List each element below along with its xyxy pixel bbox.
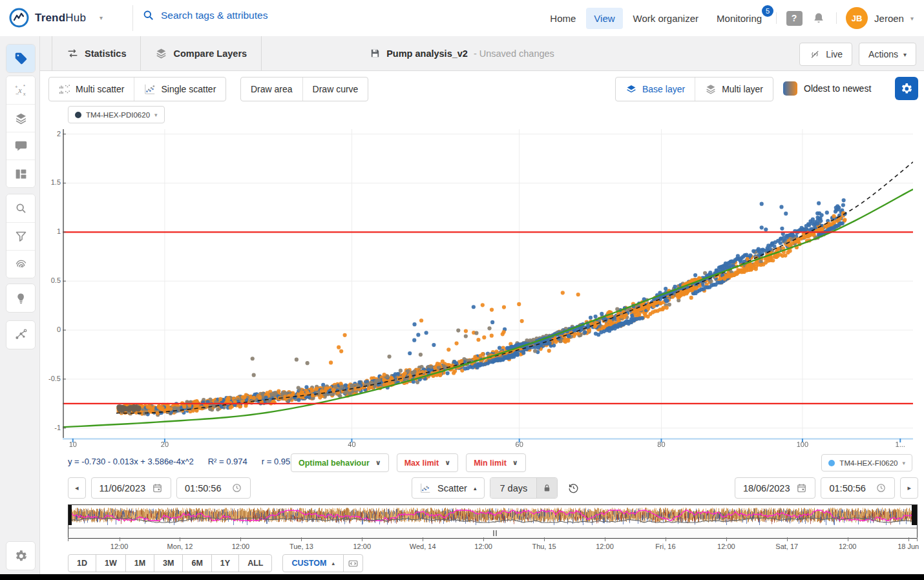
optimal-behaviour-dropdown[interactable]: Optimal behaviour ∨ [291,453,389,472]
timeline-scrollbar[interactable] [68,528,917,538]
single-scatter-button[interactable]: Single scatter [134,78,226,101]
scatter-plot-canvas[interactable] [63,129,913,443]
range-1w-button[interactable]: 1W [96,554,126,572]
scrollbar-handle[interactable] [493,530,497,536]
brand-caret-down-icon[interactable]: ▾ [100,14,103,21]
time-axis-tick [726,537,727,541]
notifications-button[interactable] [808,8,830,28]
multi-scatter-icon [59,83,70,95]
custom-range-group: CUSTOM ▴ [282,554,362,572]
search-input[interactable]: Search tags & attributes [142,9,268,21]
x-tick-label: 100 [797,440,808,448]
draw-curve-button[interactable]: Draw curve [302,78,368,101]
nav-view[interactable]: View [586,8,622,29]
y-tick-label: -0.5 [48,375,61,382]
user-menu[interactable]: JB Jeroen ▾ [843,7,916,29]
sidebar-item-comments[interactable] [6,132,35,160]
shift-right-button[interactable]: ▸ [900,477,918,499]
help-button[interactable]: ? [783,8,805,28]
sidebar-item-filters[interactable] [6,222,35,250]
range-1y-button[interactable]: 1Y [211,554,239,572]
fingerprint-icon [14,258,28,271]
chart-type-dropdown[interactable]: Scatter ▴ [412,477,485,499]
tab-statistics[interactable]: Statistics [52,36,140,71]
nav-monitoring[interactable]: Monitoring 5 [709,8,770,29]
r-squared-value: R² = 0.974 [208,457,247,466]
top-navbar: TrendHub ▾ Search tags & attributes Home… [0,0,924,37]
multi-scatter-button[interactable]: Multi scatter [49,78,134,101]
multi-layer-button[interactable]: Multi layer [695,78,773,101]
range-6m-button[interactable]: 6M [182,554,211,572]
end-date-field[interactable]: 18/06/2023 [735,477,816,499]
app-title: TrendHub [35,12,86,25]
compare-layers-icon [155,47,167,59]
nav-divider [776,12,777,24]
app-logo[interactable]: TrendHub ▾ [9,8,103,28]
time-axis-tick [666,537,666,541]
user-caret-down-icon: ▾ [910,15,914,22]
calendar-icon-end [796,482,807,493]
sidebar-item-formulas[interactable]: x + * − x [6,76,35,104]
series-caret-down-icon: ▾ [154,112,158,118]
range-3m-button[interactable]: 3M [154,554,183,572]
time-axis-label: Fri, 16 [655,543,675,550]
chart-settings-button[interactable] [895,77,918,100]
sidebar-item-machine-learning[interactable] [6,321,35,349]
sidebar-item-dashboard[interactable] [6,160,35,187]
nav-home[interactable]: Home [542,8,583,29]
base-layer-button[interactable]: Base layer [616,78,695,101]
timeline-waveform-canvas[interactable] [68,505,917,525]
min-limit-dropdown[interactable]: Min limit ∨ [466,453,526,472]
optimal-chevron-down-icon: ∨ [375,459,381,467]
scatter-type-icon [420,482,431,493]
y-series-chip[interactable]: TM4-HEX-PDI0620 ▾ [68,106,165,123]
time-axis-tick [120,537,120,541]
time-axis-label: 12:00 [839,543,857,550]
x-series-label: TM4-HEX-FI0620 [839,459,898,467]
tab-compare-layers[interactable]: Compare Layers [140,36,262,71]
lock-icon [542,483,552,493]
live-button[interactable]: Live [799,43,852,66]
document-status: - Unsaved changes [474,48,554,59]
nav-work-organizer[interactable]: Work organizer [625,8,706,29]
save-icon [370,48,381,59]
x-tick-label: 10 [69,440,77,448]
sidebar-item-recommendations[interactable] [6,284,35,312]
bell-icon [812,12,825,25]
duration-value[interactable]: 7 days [490,478,536,498]
y-tick-label: 1 [57,227,61,235]
layers-icon [14,112,28,125]
calendar-icon [152,482,163,493]
clock-icon-end [876,482,887,493]
duration-lock-button[interactable] [536,478,557,498]
fit-equation: y = -0.730 - 0.013x + 3.586e-4x^2 [68,457,194,466]
x-series-chip[interactable]: TM4-HEX-FI0620 ▾ [821,454,912,471]
custom-range-button[interactable]: CUSTOM ▴ [282,554,343,572]
sidebar-item-layers[interactable] [6,104,35,132]
sidebar-item-tags[interactable] [6,45,35,72]
max-limit-dropdown[interactable]: Max limit ∨ [397,453,458,472]
x-tick-label: 20 [161,440,169,448]
formula-icon: x + * − x [14,83,28,97]
context-timeline[interactable] [68,504,918,539]
comment-icon [14,140,28,153]
start-date-field[interactable]: 11/06/2023 [91,477,172,499]
sidebar-item-settings[interactable] [6,542,35,570]
draw-tools-group: Draw area Draw curve [240,77,368,101]
shift-left-button[interactable]: ◂ [68,477,86,499]
end-time-field[interactable]: 01:50:56 [821,477,895,499]
time-axis-tick [423,537,423,541]
range-all-button[interactable]: ALL [238,554,272,572]
history-button[interactable] [563,477,584,499]
range-1m-button[interactable]: 1M [125,554,154,572]
sidebar-item-fingerprint[interactable] [6,250,35,278]
start-time-field[interactable]: 01:50:56 [176,477,251,499]
actions-button[interactable]: Actions ▾ [859,43,916,66]
draw-area-button[interactable]: Draw area [241,78,302,101]
fit-range-button[interactable] [343,554,363,572]
sidebar-item-search[interactable] [6,194,35,222]
x-tick-label: 40 [348,440,355,448]
settings-gear-icon [14,549,28,563]
dashboard-icon [14,167,28,181]
range-1d-button[interactable]: 1D [68,554,96,572]
